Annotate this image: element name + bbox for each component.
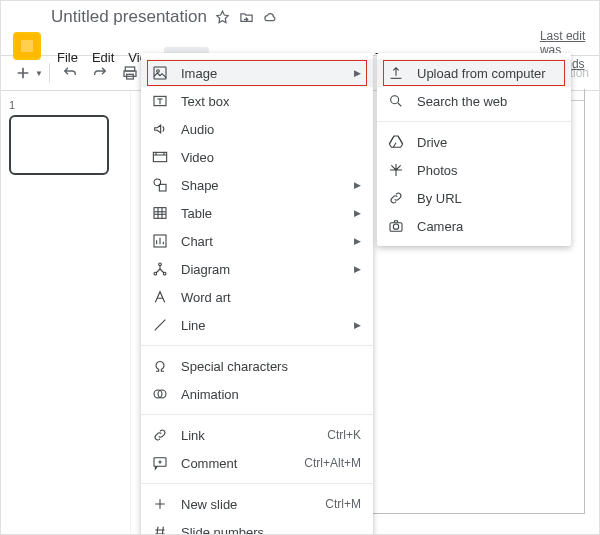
menu-label: Image (181, 66, 342, 81)
menu-shortcut: Ctrl+K (327, 428, 361, 442)
menu-label: Table (181, 206, 342, 221)
menu-item-video[interactable]: Video (141, 143, 373, 171)
wordart-icon (151, 288, 169, 306)
svg-rect-9 (154, 208, 166, 219)
menu-label: Word art (181, 290, 361, 305)
menu-item-textbox[interactable]: Text box (141, 87, 373, 115)
new-slide-button[interactable] (9, 59, 37, 87)
textbox-icon (151, 92, 169, 110)
menu-item-specialchars[interactable]: Special characters (141, 352, 373, 380)
audio-icon (151, 120, 169, 138)
line-icon (151, 316, 169, 334)
svg-point-18 (391, 96, 399, 104)
menu-shortcut: Ctrl+Alt+M (304, 456, 361, 470)
menu-label: Link (181, 428, 315, 443)
submenu-item-upload[interactable]: Upload from computer (377, 59, 571, 87)
menu-item-animation[interactable]: Animation (141, 380, 373, 408)
app-logo-icon[interactable] (13, 32, 41, 60)
chevron-right-icon: ▶ (354, 208, 361, 218)
search-icon (387, 92, 405, 110)
submenu-item-camera[interactable]: Camera (377, 212, 571, 240)
shape-icon (151, 176, 169, 194)
menu-label: Comment (181, 456, 292, 471)
menu-item-newslide[interactable]: New slide Ctrl+M (141, 490, 373, 518)
hash-icon (151, 523, 169, 535)
menu-label: Slide numbers (181, 525, 361, 536)
svg-point-11 (159, 263, 162, 266)
animation-icon (151, 385, 169, 403)
menu-label: Animation (181, 387, 361, 402)
move-folder-icon[interactable] (239, 9, 255, 25)
submenu-item-searchweb[interactable]: Search the web (377, 87, 571, 115)
svg-rect-8 (159, 184, 166, 191)
drive-icon (387, 133, 405, 151)
camera-icon (387, 217, 405, 235)
omega-icon (151, 357, 169, 375)
cloud-status-icon[interactable] (263, 9, 279, 25)
menu-label: Video (181, 150, 361, 165)
link-icon (151, 426, 169, 444)
menu-label: Diagram (181, 262, 342, 277)
image-icon (151, 64, 169, 82)
print-button[interactable] (116, 59, 144, 87)
svg-rect-6 (153, 152, 166, 161)
redo-button[interactable] (86, 59, 114, 87)
menu-item-chart[interactable]: Chart ▶ (141, 227, 373, 255)
menu-item-shape[interactable]: Shape ▶ (141, 171, 373, 199)
menu-label: Line (181, 318, 342, 333)
menu-label: New slide (181, 497, 313, 512)
slide-thumbnail-panel: 1 (1, 91, 131, 534)
image-submenu: Upload from computer Search the web Driv… (377, 53, 571, 246)
menu-label: Search the web (417, 94, 559, 109)
video-icon (151, 148, 169, 166)
menu-label: Photos (417, 163, 559, 178)
diagram-icon (151, 260, 169, 278)
slide-thumbnail[interactable] (9, 115, 109, 175)
undo-button[interactable] (56, 59, 84, 87)
link-icon (387, 189, 405, 207)
menu-label: Shape (181, 178, 342, 193)
menu-item-diagram[interactable]: Diagram ▶ (141, 255, 373, 283)
svg-point-20 (393, 224, 398, 229)
comment-icon (151, 454, 169, 472)
star-icon[interactable] (215, 9, 231, 25)
menu-item-image[interactable]: Image ▶ (141, 59, 373, 87)
menu-item-comment[interactable]: Comment Ctrl+Alt+M (141, 449, 373, 477)
menu-label: Special characters (181, 359, 361, 374)
menu-item-table[interactable]: Table ▶ (141, 199, 373, 227)
svg-point-4 (157, 70, 160, 73)
menu-label: Camera (417, 219, 559, 234)
chevron-right-icon: ▶ (354, 68, 361, 78)
submenu-item-byurl[interactable]: By URL (377, 184, 571, 212)
toolbar-cutoff-text: tion (570, 66, 589, 80)
svg-rect-3 (154, 67, 166, 79)
menu-item-slidenumbers[interactable]: Slide numbers (141, 518, 373, 535)
menu-label: Drive (417, 135, 559, 150)
plus-icon (151, 495, 169, 513)
chevron-right-icon: ▶ (354, 236, 361, 246)
chevron-down-icon[interactable]: ▼ (35, 69, 43, 78)
menu-item-link[interactable]: Link Ctrl+K (141, 421, 373, 449)
menu-label: By URL (417, 191, 559, 206)
chevron-right-icon: ▶ (354, 180, 361, 190)
menu-shortcut: Ctrl+M (325, 497, 361, 511)
menu-item-audio[interactable]: Audio (141, 115, 373, 143)
menu-item-line[interactable]: Line ▶ (141, 311, 373, 339)
submenu-item-drive[interactable]: Drive (377, 128, 571, 156)
upload-icon (387, 64, 405, 82)
app-header: Untitled presentation File Edit View Ins… (1, 1, 599, 55)
menu-label: Audio (181, 122, 361, 137)
insert-menu-dropdown: Image ▶ Text box Audio Video Shape ▶ Tab… (141, 53, 373, 535)
chart-icon (151, 232, 169, 250)
menu-label: Text box (181, 94, 361, 109)
chevron-right-icon: ▶ (354, 264, 361, 274)
menu-label: Chart (181, 234, 342, 249)
menu-label: Upload from computer (417, 66, 559, 81)
submenu-item-photos[interactable]: Photos (377, 156, 571, 184)
doc-title[interactable]: Untitled presentation (51, 7, 207, 27)
menu-item-wordart[interactable]: Word art (141, 283, 373, 311)
chevron-right-icon: ▶ (354, 320, 361, 330)
slide-number: 1 (9, 99, 122, 111)
photos-icon (387, 161, 405, 179)
table-icon (151, 204, 169, 222)
